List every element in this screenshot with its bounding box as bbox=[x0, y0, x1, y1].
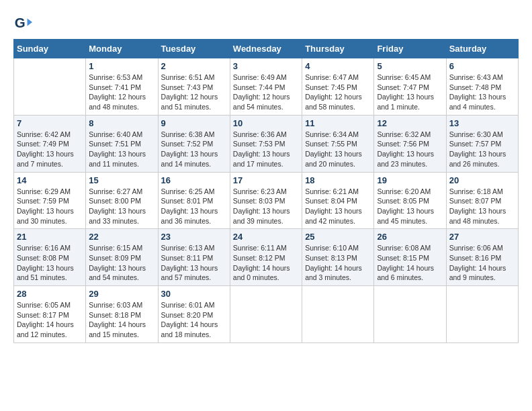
calendar-cell bbox=[14, 58, 86, 116]
calendar-cell: 8Sunrise: 6:40 AMSunset: 7:51 PMDaylight… bbox=[86, 115, 158, 172]
day-number: 29 bbox=[89, 289, 154, 299]
calendar-cell: 5Sunrise: 6:45 AMSunset: 7:47 PMDaylight… bbox=[374, 58, 446, 116]
calendar-week-row: 14Sunrise: 6:29 AMSunset: 7:59 PMDayligh… bbox=[14, 172, 519, 229]
day-number: 5 bbox=[377, 61, 443, 71]
calendar-cell: 11Sunrise: 6:34 AMSunset: 7:55 PMDayligh… bbox=[302, 115, 374, 172]
day-number: 16 bbox=[161, 175, 227, 185]
day-number: 9 bbox=[161, 118, 227, 128]
day-info: Sunrise: 6:53 AMSunset: 7:41 PMDaylight:… bbox=[89, 73, 154, 112]
day-number: 23 bbox=[161, 232, 227, 242]
calendar-cell: 29Sunrise: 6:03 AMSunset: 8:18 PMDayligh… bbox=[86, 286, 158, 343]
calendar-table: SundayMondayTuesdayWednesdayThursdayFrid… bbox=[13, 39, 519, 343]
day-info: Sunrise: 6:08 AMSunset: 8:15 PMDaylight:… bbox=[377, 243, 443, 283]
day-info: Sunrise: 6:29 AMSunset: 7:59 PMDaylight:… bbox=[17, 187, 83, 226]
calendar-cell: 9Sunrise: 6:38 AMSunset: 7:52 PMDaylight… bbox=[158, 115, 230, 172]
column-header-friday: Friday bbox=[374, 40, 446, 58]
day-info: Sunrise: 6:13 AMSunset: 8:11 PMDaylight:… bbox=[161, 243, 227, 283]
day-info: Sunrise: 6:15 AMSunset: 8:09 PMDaylight:… bbox=[89, 243, 154, 283]
day-number: 2 bbox=[161, 61, 227, 71]
day-info: Sunrise: 6:36 AMSunset: 7:53 PMDaylight:… bbox=[233, 130, 299, 169]
calendar-cell: 21Sunrise: 6:16 AMSunset: 8:08 PMDayligh… bbox=[14, 229, 86, 286]
calendar-cell: 3Sunrise: 6:49 AMSunset: 7:44 PMDaylight… bbox=[230, 58, 302, 116]
day-number: 8 bbox=[89, 118, 154, 128]
calendar-cell: 27Sunrise: 6:06 AMSunset: 8:16 PMDayligh… bbox=[446, 229, 518, 286]
day-number: 4 bbox=[305, 61, 371, 71]
day-number: 12 bbox=[377, 118, 443, 128]
calendar-cell: 6Sunrise: 6:43 AMSunset: 7:48 PMDaylight… bbox=[446, 58, 518, 116]
calendar-cell: 2Sunrise: 6:51 AMSunset: 7:43 PMDaylight… bbox=[158, 58, 230, 116]
calendar-week-row: 28Sunrise: 6:05 AMSunset: 8:17 PMDayligh… bbox=[14, 286, 519, 343]
day-number: 21 bbox=[17, 232, 83, 242]
calendar-cell: 16Sunrise: 6:25 AMSunset: 8:01 PMDayligh… bbox=[158, 172, 230, 229]
calendar-cell: 20Sunrise: 6:18 AMSunset: 8:07 PMDayligh… bbox=[446, 172, 518, 229]
day-number: 3 bbox=[233, 61, 299, 71]
day-info: Sunrise: 6:49 AMSunset: 7:44 PMDaylight:… bbox=[233, 73, 299, 112]
calendar-cell: 14Sunrise: 6:29 AMSunset: 7:59 PMDayligh… bbox=[14, 172, 86, 229]
day-number: 1 bbox=[89, 61, 154, 71]
day-number: 18 bbox=[305, 175, 371, 185]
day-info: Sunrise: 6:16 AMSunset: 8:08 PMDaylight:… bbox=[17, 243, 83, 283]
day-info: Sunrise: 6:03 AMSunset: 8:18 PMDaylight:… bbox=[89, 300, 154, 340]
day-info: Sunrise: 6:42 AMSunset: 7:49 PMDaylight:… bbox=[17, 130, 83, 169]
column-header-saturday: Saturday bbox=[446, 40, 518, 58]
day-number: 20 bbox=[449, 175, 515, 185]
calendar-cell: 13Sunrise: 6:30 AMSunset: 7:57 PMDayligh… bbox=[446, 115, 518, 172]
day-info: Sunrise: 6:05 AMSunset: 8:17 PMDaylight:… bbox=[17, 300, 83, 340]
day-number: 10 bbox=[233, 118, 299, 128]
day-info: Sunrise: 6:06 AMSunset: 8:16 PMDaylight:… bbox=[449, 243, 515, 283]
day-info: Sunrise: 6:43 AMSunset: 7:48 PMDaylight:… bbox=[449, 73, 515, 112]
calendar-cell bbox=[446, 286, 518, 343]
calendar-cell: 19Sunrise: 6:20 AMSunset: 8:05 PMDayligh… bbox=[374, 172, 446, 229]
day-info: Sunrise: 6:40 AMSunset: 7:51 PMDaylight:… bbox=[89, 130, 154, 169]
day-number: 19 bbox=[377, 175, 443, 185]
day-number: 25 bbox=[305, 232, 371, 242]
calendar-cell: 10Sunrise: 6:36 AMSunset: 7:53 PMDayligh… bbox=[230, 115, 302, 172]
day-number: 28 bbox=[17, 289, 83, 299]
day-number: 17 bbox=[233, 175, 299, 185]
svg-marker-1 bbox=[28, 18, 32, 26]
calendar-cell: 1Sunrise: 6:53 AMSunset: 7:41 PMDaylight… bbox=[86, 58, 158, 116]
day-info: Sunrise: 6:10 AMSunset: 8:13 PMDaylight:… bbox=[305, 243, 371, 283]
day-number: 7 bbox=[17, 118, 83, 128]
calendar-cell: 25Sunrise: 6:10 AMSunset: 8:13 PMDayligh… bbox=[302, 229, 374, 286]
day-number: 24 bbox=[233, 232, 299, 242]
calendar-cell: 17Sunrise: 6:23 AMSunset: 8:03 PMDayligh… bbox=[230, 172, 302, 229]
day-info: Sunrise: 6:32 AMSunset: 7:56 PMDaylight:… bbox=[377, 130, 443, 169]
column-header-wednesday: Wednesday bbox=[230, 40, 302, 58]
calendar-cell: 12Sunrise: 6:32 AMSunset: 7:56 PMDayligh… bbox=[374, 115, 446, 172]
day-number: 14 bbox=[17, 175, 83, 185]
calendar-cell: 26Sunrise: 6:08 AMSunset: 8:15 PMDayligh… bbox=[374, 229, 446, 286]
day-number: 26 bbox=[377, 232, 443, 242]
day-number: 6 bbox=[449, 61, 515, 71]
day-info: Sunrise: 6:21 AMSunset: 8:04 PMDaylight:… bbox=[305, 187, 371, 226]
day-info: Sunrise: 6:30 AMSunset: 7:57 PMDaylight:… bbox=[449, 130, 515, 169]
day-info: Sunrise: 6:34 AMSunset: 7:55 PMDaylight:… bbox=[305, 130, 371, 169]
day-info: Sunrise: 6:11 AMSunset: 8:12 PMDaylight:… bbox=[233, 243, 299, 283]
day-info: Sunrise: 6:45 AMSunset: 7:47 PMDaylight:… bbox=[377, 73, 443, 112]
calendar-cell: 22Sunrise: 6:15 AMSunset: 8:09 PMDayligh… bbox=[86, 229, 158, 286]
day-info: Sunrise: 6:20 AMSunset: 8:05 PMDaylight:… bbox=[377, 187, 443, 226]
calendar-cell: 24Sunrise: 6:11 AMSunset: 8:12 PMDayligh… bbox=[230, 229, 302, 286]
logo: G bbox=[13, 13, 34, 32]
day-number: 27 bbox=[449, 232, 515, 242]
day-info: Sunrise: 6:01 AMSunset: 8:20 PMDaylight:… bbox=[161, 300, 227, 340]
day-number: 30 bbox=[161, 289, 227, 299]
calendar-cell: 7Sunrise: 6:42 AMSunset: 7:49 PMDaylight… bbox=[14, 115, 86, 172]
day-number: 11 bbox=[305, 118, 371, 128]
calendar-week-row: 1Sunrise: 6:53 AMSunset: 7:41 PMDaylight… bbox=[14, 58, 519, 116]
column-header-thursday: Thursday bbox=[302, 40, 374, 58]
day-info: Sunrise: 6:51 AMSunset: 7:43 PMDaylight:… bbox=[161, 73, 227, 112]
day-number: 13 bbox=[449, 118, 515, 128]
calendar-cell: 4Sunrise: 6:47 AMSunset: 7:45 PMDaylight… bbox=[302, 58, 374, 116]
calendar-cell: 28Sunrise: 6:05 AMSunset: 8:17 PMDayligh… bbox=[14, 286, 86, 343]
calendar-cell: 23Sunrise: 6:13 AMSunset: 8:11 PMDayligh… bbox=[158, 229, 230, 286]
column-header-tuesday: Tuesday bbox=[158, 40, 230, 58]
day-info: Sunrise: 6:23 AMSunset: 8:03 PMDaylight:… bbox=[233, 187, 299, 226]
calendar-cell bbox=[302, 286, 374, 343]
day-info: Sunrise: 6:47 AMSunset: 7:45 PMDaylight:… bbox=[305, 73, 371, 112]
day-info: Sunrise: 6:38 AMSunset: 7:52 PMDaylight:… bbox=[161, 130, 227, 169]
calendar-cell: 30Sunrise: 6:01 AMSunset: 8:20 PMDayligh… bbox=[158, 286, 230, 343]
svg-text:G: G bbox=[15, 15, 26, 30]
logo-icon: G bbox=[13, 13, 32, 32]
column-header-monday: Monday bbox=[86, 40, 158, 58]
